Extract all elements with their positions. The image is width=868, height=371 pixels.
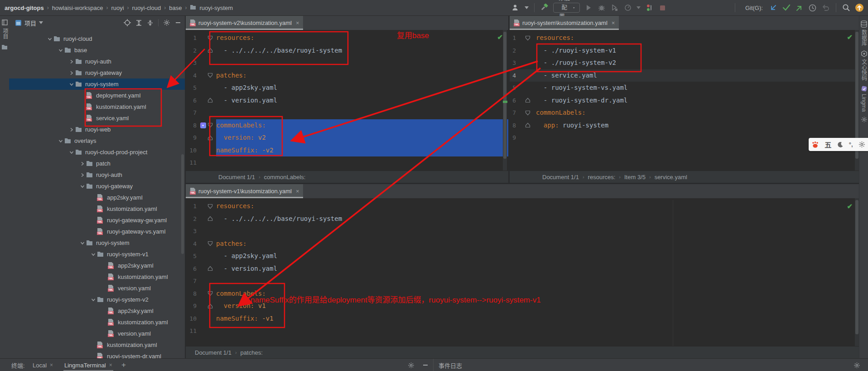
profiler-icon[interactable] <box>623 3 632 12</box>
hide-panel-icon[interactable] <box>175 20 181 26</box>
ime-punctuation-label[interactable]: °, <box>849 141 853 148</box>
chevron-down-icon[interactable] <box>79 241 86 245</box>
ime-mode-label[interactable]: 五 <box>825 140 831 149</box>
tree-item-version.yaml[interactable]: YMLversion.yaml <box>9 328 185 339</box>
bottom-settings-gear-icon[interactable] <box>854 359 860 371</box>
profiler-dropdown-chevron-icon[interactable] <box>637 3 641 12</box>
fold-marker-open[interactable] <box>207 35 216 41</box>
fold-marker-open[interactable] <box>525 110 536 116</box>
tree-item-base[interactable]: base <box>9 44 185 56</box>
folder-stripe-icon[interactable] <box>1 44 8 50</box>
fold-marker-close[interactable] <box>207 48 216 53</box>
chevron-down-icon[interactable] <box>90 298 97 302</box>
inspection-ok-icon[interactable]: ✔ <box>847 33 853 41</box>
terminal-tab-lingma[interactable]: LingmaTerminal× <box>63 359 114 371</box>
debug-icon[interactable] <box>597 3 606 12</box>
close-tab-icon[interactable]: × <box>296 188 299 195</box>
fold-marker-close[interactable] <box>207 135 216 141</box>
close-tab-icon[interactable]: × <box>612 20 615 26</box>
baidu-ime-icon[interactable] <box>811 141 819 148</box>
attach-debugger-icon[interactable] <box>645 3 654 12</box>
chevron-right-icon[interactable] <box>68 127 75 132</box>
fold-marker-close[interactable] <box>207 266 216 271</box>
project-tree-scrollbar[interactable] <box>181 154 184 254</box>
project-view-chevron-icon[interactable] <box>39 21 43 24</box>
chevron-down-icon[interactable] <box>68 150 75 155</box>
comate-toolwindow-button[interactable]: 文心快码 <box>859 50 868 81</box>
editor-breadcrumb-item[interactable]: Item 3/5 <box>624 174 646 181</box>
tree-item-ruoyi-gateway[interactable]: ruoyi-gateway <box>9 181 185 192</box>
breadcrumb-item[interactable]: ruoyi-system <box>199 5 233 11</box>
terminal-settings-gear-icon[interactable] <box>408 359 415 371</box>
fold-marker-open[interactable] <box>207 204 216 209</box>
fold-marker-open[interactable] <box>207 241 216 246</box>
breadcrumb-item[interactable]: ruoyi <box>111 5 124 11</box>
editor-breadcrumb-item[interactable]: Document 1/1 <box>542 174 579 181</box>
build-hammer-icon[interactable] <box>540 3 549 12</box>
editor1-code[interactable]: 1resources:2 - ../../../../base/ruoyi-sy… <box>186 32 508 169</box>
tree-item-ruoyi-gateway[interactable]: ruoyi-gateway <box>9 67 185 78</box>
search-everywhere-icon[interactable] <box>842 3 851 12</box>
tree-item-ruoyi-system[interactable]: ruoyi-system <box>9 237 185 249</box>
chevron-right-icon[interactable] <box>68 71 75 75</box>
user-avatar-icon[interactable] <box>511 3 520 12</box>
tree-item-overlays[interactable]: overlays <box>9 135 185 146</box>
tree-item-app2sky.yaml[interactable]: YMLapp2sky.yaml <box>9 192 185 203</box>
tree-item-ruoyi-cloud-prod-project[interactable]: ruoyi-cloud-prod-project <box>9 146 185 158</box>
close-tab-icon[interactable]: × <box>50 362 53 368</box>
tree-item-ruoyi-system-dr.yaml[interactable]: YMLruoyi-system-dr.yaml <box>9 351 185 358</box>
fold-marker-close[interactable] <box>207 216 216 221</box>
chevron-right-icon[interactable] <box>79 173 86 177</box>
expand-all-icon[interactable] <box>135 20 142 26</box>
fold-marker-open[interactable] <box>207 291 216 296</box>
close-tab-icon[interactable]: × <box>296 20 299 26</box>
fold-marker-close[interactable] <box>207 98 216 103</box>
breadcrumb-item[interactable]: base <box>169 5 182 11</box>
tree-item-kustomization.yaml[interactable]: YMLkustomization.yaml <box>9 101 185 112</box>
breadcrumb-item[interactable]: ruoyi-cloud <box>132 5 161 11</box>
editor-breadcrumb-item[interactable]: Document 1/1 <box>195 349 231 356</box>
tree-item-version.yaml[interactable]: YMLversion.yaml <box>9 283 185 294</box>
event-log-button[interactable]: 事件日志 <box>439 359 462 371</box>
editor3-tab[interactable]: YML ruoyi-system-v1\kustomization.yaml × <box>186 184 303 198</box>
tree-item-kustomization.yaml[interactable]: YMLkustomization.yaml <box>9 203 185 215</box>
chevron-down-icon[interactable] <box>46 37 53 41</box>
fold-marker-close[interactable] <box>525 98 536 103</box>
tree-item-patch[interactable]: patch <box>9 158 185 169</box>
tree-item-ruoyi-gateway-gw.yaml[interactable]: YMLruoyi-gateway-gw.yaml <box>9 215 185 226</box>
fold-marker-open[interactable] <box>207 122 216 128</box>
tree-item-ruoyi-web[interactable]: ruoyi-web <box>9 124 185 135</box>
stop-icon[interactable] <box>658 3 667 12</box>
close-tab-icon[interactable]: × <box>109 362 112 368</box>
lingma-toolwindow-button[interactable]: Lingma <box>859 85 868 112</box>
editor3-code[interactable]: 1resources:2 - ../../../../base/ruoyi-sy… <box>186 200 859 337</box>
editor1-tab[interactable]: YML ruoyi-system-v2\kustomization.yaml × <box>186 16 303 30</box>
chevron-down-icon[interactable] <box>79 184 86 189</box>
editor-breadcrumb-item[interactable]: Document 1/1 <box>218 174 255 181</box>
ime-moon-icon[interactable] <box>837 142 844 148</box>
tree-item-kustomization.yaml[interactable]: YMLkustomization.yaml <box>9 317 185 328</box>
tree-item-ruoyi-system[interactable]: ruoyi-system <box>9 78 185 90</box>
undo-icon[interactable] <box>821 3 830 12</box>
project-stripe-label[interactable]: 项目 <box>1 28 9 39</box>
panel-settings-gear-icon[interactable] <box>163 19 170 26</box>
inspection-ok-icon[interactable]: ✔ <box>847 202 853 210</box>
ide-update-notification-icon[interactable] <box>855 3 864 12</box>
editor-breadcrumb-item[interactable]: resources: <box>588 174 616 181</box>
locate-file-icon[interactable] <box>124 19 131 26</box>
tree-item-ruoyi-system-v2[interactable]: ruoyi-system-v2 <box>9 294 185 305</box>
tree-item-ruoyi-system-v1[interactable]: ruoyi-system-v1 <box>9 249 185 260</box>
database-toolwindow-button[interactable]: 数据库 <box>859 20 868 46</box>
inspection-ok-icon[interactable]: ✔ <box>497 33 503 41</box>
git-update-icon[interactable] <box>769 3 778 12</box>
git-commit-icon[interactable] <box>782 3 791 12</box>
chevron-down-icon[interactable] <box>90 252 97 257</box>
breadcrumb-item[interactable]: argocd-gitops <box>5 5 44 11</box>
new-terminal-tab-button[interactable]: + <box>121 359 126 371</box>
editor2-code[interactable]: 1resources:2 - ./ruoyi-system-v13 - ./ru… <box>510 32 859 144</box>
editor-breadcrumb-item[interactable]: patches: <box>241 349 263 356</box>
tree-item-app2sky.yaml[interactable]: YMLapp2sky.yaml <box>9 260 185 271</box>
chevron-down-icon[interactable] <box>57 139 64 143</box>
tree-item-kustomization.yaml[interactable]: YMLkustomization.yaml <box>9 339 185 351</box>
run-icon[interactable] <box>584 3 593 12</box>
